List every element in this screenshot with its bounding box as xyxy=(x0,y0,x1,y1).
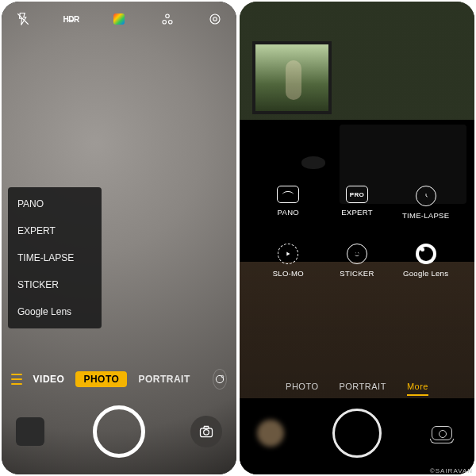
switch-camera-icon[interactable] xyxy=(190,416,222,447)
shutter-button-r[interactable] xyxy=(332,409,382,458)
gallery-thumbnail-r[interactable] xyxy=(257,420,284,447)
background-painting xyxy=(252,41,332,114)
mode-more-r[interactable]: More xyxy=(407,382,428,391)
grid-label: SLO-MO xyxy=(273,269,304,278)
pano-icon xyxy=(277,186,299,203)
grid-item-expert[interactable]: PRO EXPERT xyxy=(323,186,392,220)
grid-item-slomo[interactable]: SLO-MO xyxy=(254,244,323,278)
slomo-icon xyxy=(278,244,298,264)
color-filter-icon[interactable] xyxy=(112,12,126,26)
shutter-row-left xyxy=(2,397,236,466)
pro-icon: PRO xyxy=(346,186,368,203)
grid-item-pano[interactable]: PANO xyxy=(254,186,323,220)
svg-point-1 xyxy=(165,14,169,18)
grid-label: STICKER xyxy=(340,269,374,278)
ai-scene-icon[interactable] xyxy=(160,12,175,26)
top-toolbar: HDR xyxy=(2,2,236,36)
menu-item-expert[interactable]: EXPERT xyxy=(8,217,102,244)
grid-label: TIME-LAPSE xyxy=(402,211,450,220)
menu-item-timelapse[interactable]: TIME-LAPSE xyxy=(8,244,102,271)
svg-point-3 xyxy=(168,21,172,25)
sticker-icon xyxy=(347,244,367,264)
grid-item-googlelens[interactable]: Google Lens xyxy=(391,244,460,278)
svg-point-2 xyxy=(163,21,167,25)
svg-point-4 xyxy=(210,14,220,24)
mode-portrait-r[interactable]: PORTRAIT xyxy=(339,382,386,391)
svg-point-5 xyxy=(213,17,217,21)
more-modes-grid: PANO PRO EXPERT TIME-LAPSE SLO-MO xyxy=(240,186,474,278)
grid-label: PANO xyxy=(278,208,299,217)
grid-label: EXPERT xyxy=(341,208,373,217)
googlelens-icon xyxy=(416,244,436,264)
svg-point-9 xyxy=(204,430,209,436)
switch-camera-icon-r[interactable] xyxy=(427,422,457,444)
hamburger-icon[interactable] xyxy=(11,374,22,385)
phone-right: PANO PRO EXPERT TIME-LAPSE SLO-MO xyxy=(240,2,474,474)
shutter-button[interactable] xyxy=(93,405,145,458)
watermark: ©SAIRAVAN xyxy=(430,467,473,474)
background-mouse xyxy=(301,156,325,169)
menu-item-pano[interactable]: PANO xyxy=(8,190,102,217)
settings-gear-icon[interactable] xyxy=(208,12,222,26)
shutter-row-right xyxy=(240,400,474,466)
grid-item-sticker[interactable]: STICKER xyxy=(323,244,392,278)
grid-label: Google Lens xyxy=(403,269,448,278)
menu-item-googlelens[interactable]: Google Lens xyxy=(8,298,102,325)
menu-item-sticker[interactable]: STICKER xyxy=(8,271,102,298)
svg-point-10 xyxy=(355,252,356,253)
hdr-icon[interactable]: HDR xyxy=(64,12,79,26)
timelapse-icon xyxy=(416,186,436,206)
mode-portrait[interactable]: PORTRAIT xyxy=(138,374,190,385)
svg-point-6 xyxy=(216,375,223,382)
flash-off-icon[interactable] xyxy=(16,12,30,26)
phone-left: HDR PANO EXPERT TIME-LAPSE STICKER Googl… xyxy=(2,2,236,474)
gallery-thumbnail[interactable] xyxy=(16,417,44,446)
mode-photo[interactable]: PHOTO xyxy=(75,371,127,387)
mode-photo-r[interactable]: PHOTO xyxy=(286,382,318,391)
grid-item-timelapse[interactable]: TIME-LAPSE xyxy=(391,186,460,220)
mode-selector-right: PHOTO PORTRAIT More xyxy=(240,374,474,398)
more-modes-menu: PANO EXPERT TIME-LAPSE STICKER Google Le… xyxy=(8,187,102,328)
dazzle-color-icon[interactable] xyxy=(213,369,227,390)
mode-video[interactable]: VIDEO xyxy=(33,374,65,385)
mode-selector-left: VIDEO PHOTO PORTRAIT xyxy=(2,365,236,393)
